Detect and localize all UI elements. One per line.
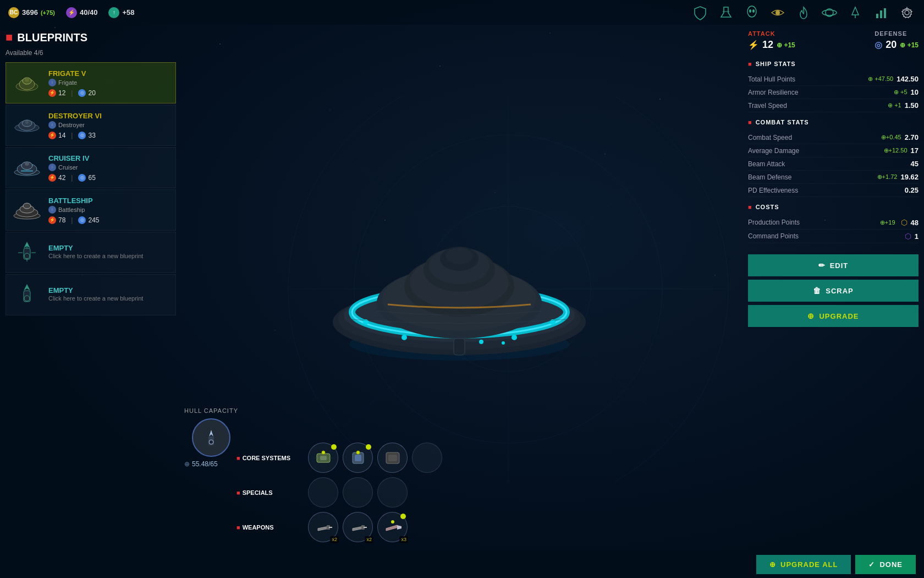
nav-planet-icon[interactable] bbox=[821, 4, 838, 21]
core-systems-row: ■ CORE SYSTEMS bbox=[237, 443, 743, 473]
teal-icon: ↑ bbox=[108, 7, 119, 18]
core-module-3-icon bbox=[383, 448, 403, 468]
svg-rect-70 bbox=[388, 455, 397, 461]
edit-button[interactable]: ✏ EDIT bbox=[748, 254, 919, 276]
blueprint-info-destroyer: DESTROYER VI i Destroyer ⚡ 14 | ◎ 33 bbox=[48, 112, 170, 139]
blueprint-type-destroyer: i Destroyer bbox=[48, 121, 170, 129]
svg-point-30 bbox=[25, 161, 29, 166]
svg-point-37 bbox=[24, 253, 30, 259]
svg-point-35 bbox=[23, 203, 31, 209]
svg-point-22 bbox=[25, 78, 29, 82]
stat-defense-cruiser: ◎ 65 bbox=[78, 174, 95, 182]
svg-point-9 bbox=[749, 9, 751, 13]
upgrade-button[interactable]: ⊕ UPGRADE bbox=[748, 305, 919, 327]
core-module-1-icon bbox=[314, 448, 333, 468]
blueprint-type-frigate: i Frigate bbox=[48, 79, 170, 86]
defense-bonus: ⊕ +15 bbox=[900, 41, 919, 49]
svg-point-62 bbox=[209, 440, 213, 444]
core-slot-4[interactable] bbox=[412, 443, 442, 473]
blueprint-thumb-destroyer bbox=[12, 110, 42, 140]
done-button[interactable]: ✓ DONE bbox=[855, 555, 916, 574]
weapons-slots: x2 x2 x3 bbox=[308, 512, 408, 542]
blueprint-thumb-empty1 bbox=[12, 237, 42, 268]
combat-stats-rows: Combat Speed ⊕+0.45 2.70 Average Damage … bbox=[748, 131, 919, 197]
special-slot-2[interactable] bbox=[343, 477, 373, 508]
combat-stats-header: ■ COMBAT STATS bbox=[748, 119, 919, 126]
attack-value-group: ⚡ 12 ⊕ +15 bbox=[748, 39, 795, 51]
nav-flask-icon[interactable] bbox=[717, 4, 735, 21]
stat-beam-defense: Beam Defense ⊕+1.72 19.62 bbox=[748, 171, 919, 184]
resource-teal: ↑ +58 bbox=[108, 7, 134, 18]
type-icon-destroyer: i bbox=[48, 121, 56, 129]
attack-icon-b: ⚡ bbox=[48, 216, 56, 224]
stat-beam-attack: Beam Attack 45 bbox=[748, 157, 919, 171]
type-icon-frigate: i bbox=[48, 79, 56, 86]
svg-rect-67 bbox=[355, 455, 361, 461]
stat-attack-frigate: ⚡ 12 bbox=[48, 89, 65, 97]
core-slot-1[interactable] bbox=[308, 443, 338, 473]
blueprint-name-battleship: BATTLESHIP bbox=[48, 197, 170, 205]
stat-combat-speed: Combat Speed ⊕+0.45 2.70 bbox=[748, 131, 919, 144]
blueprint-name-destroyer: DESTROYER VI bbox=[48, 112, 170, 120]
svg-point-11 bbox=[776, 10, 780, 15]
defense-value-group: ◎ 20 ⊕ +15 bbox=[875, 39, 919, 51]
weapon-slot-2[interactable]: x2 bbox=[343, 512, 373, 542]
resource-gold: BC 3696 (+75) bbox=[8, 7, 55, 18]
stat-hull-points: Total Hull Points ⊕ +47.50 142.50 bbox=[748, 73, 919, 86]
weapon-3-count: x3 bbox=[399, 536, 408, 543]
defense-label: DEFENSE bbox=[875, 30, 919, 37]
blueprint-item-battleship[interactable]: BATTLESHIP i Battleship ⚡ 78 | ◎ 245 bbox=[6, 189, 176, 231]
nav-flame-icon[interactable] bbox=[795, 4, 812, 21]
attack-icon-c: ⚡ bbox=[48, 174, 56, 182]
special-slot-3[interactable] bbox=[377, 477, 408, 508]
special-slot-1[interactable] bbox=[308, 477, 338, 508]
nav-alien-icon[interactable] bbox=[743, 4, 761, 21]
svg-rect-16 bbox=[880, 10, 882, 18]
nav-chart-icon[interactable] bbox=[872, 4, 890, 21]
attack-number: 12 bbox=[762, 39, 773, 51]
blueprint-thumb-empty2 bbox=[12, 280, 42, 310]
ship-stats-header: ■ SHIP STATS bbox=[748, 61, 919, 67]
blueprint-name-empty1: EMPTY bbox=[48, 244, 170, 252]
done-icon: ✓ bbox=[868, 560, 875, 569]
core-slot-3[interactable] bbox=[377, 443, 408, 473]
available-label: Available 4/6 bbox=[6, 49, 176, 57]
svg-rect-17 bbox=[884, 8, 886, 18]
weapons-label: ■ WEAPONS bbox=[237, 524, 302, 531]
blueprint-item-empty2[interactable]: EMPTY Click here to create a new bluepri… bbox=[6, 274, 176, 315]
blueprint-item-destroyer[interactable]: DESTROYER VI i Destroyer ⚡ 14 | ◎ 33 bbox=[6, 105, 176, 146]
stat-attack-cruiser: ⚡ 42 bbox=[48, 174, 65, 182]
weapon-slot-3[interactable]: x3 bbox=[377, 512, 408, 542]
blueprint-name-cruiser: CRUISER IV bbox=[48, 154, 170, 162]
stat-travel-speed: Travel Speed ⊕ +1 1.50 bbox=[748, 99, 919, 112]
nav-shield-icon[interactable] bbox=[691, 4, 709, 21]
upgrade-dot-1 bbox=[331, 444, 337, 450]
svg-rect-15 bbox=[876, 14, 878, 18]
scrap-button[interactable]: 🗑 SCRAP bbox=[748, 280, 919, 302]
panel-title: ■ BLUEPRINTS bbox=[6, 30, 176, 45]
nav-gear-icon[interactable] bbox=[898, 4, 916, 21]
nav-eye-icon[interactable] bbox=[769, 4, 787, 21]
blueprint-type-battleship: i Battleship bbox=[48, 206, 170, 214]
type-icon-battleship: i bbox=[48, 206, 56, 214]
action-buttons: ✏ EDIT 🗑 SCRAP ⊕ UPGRADE bbox=[748, 254, 919, 327]
weapon-slot-1[interactable]: x2 bbox=[308, 512, 338, 542]
scrap-icon: 🗑 bbox=[813, 286, 821, 295]
svg-point-68 bbox=[356, 451, 360, 454]
left-panel: ■ BLUEPRINTS Available 4/6 FRIGATE V i F… bbox=[6, 30, 176, 315]
weapon-1-icon bbox=[314, 517, 333, 537]
core-slot-2[interactable] bbox=[343, 443, 373, 473]
top-bar: BC 3696 (+75) ⚡ 40/40 ↑ +58 bbox=[0, 0, 924, 25]
blueprint-stats-destroyer: ⚡ 14 | ◎ 33 bbox=[48, 132, 170, 139]
attack-label: ATTACK bbox=[748, 30, 795, 37]
upgrade-all-button[interactable]: ⊕ UPGRADE ALL bbox=[756, 555, 851, 574]
defense-section: DEFENSE ◎ 20 ⊕ +15 bbox=[875, 30, 919, 51]
resource-energy: ⚡ 40/40 bbox=[66, 7, 98, 18]
nav-tree-icon[interactable] bbox=[846, 4, 864, 21]
blueprint-item-cruiser[interactable]: CRUISER IV i Cruiser ⚡ 42 | ◎ 65 bbox=[6, 147, 176, 188]
ship-svg bbox=[294, 157, 624, 377]
blueprint-item-empty1[interactable]: EMPTY Click here to create a new bluepri… bbox=[6, 232, 176, 273]
blueprint-item-frigate[interactable]: FRIGATE V i Frigate ⚡ 12 | ◎ 20 bbox=[6, 62, 176, 103]
svg-point-73 bbox=[391, 520, 394, 524]
hull-capacity-area: HULL CAPACITY ⊕ 55.48/65 bbox=[184, 407, 238, 468]
